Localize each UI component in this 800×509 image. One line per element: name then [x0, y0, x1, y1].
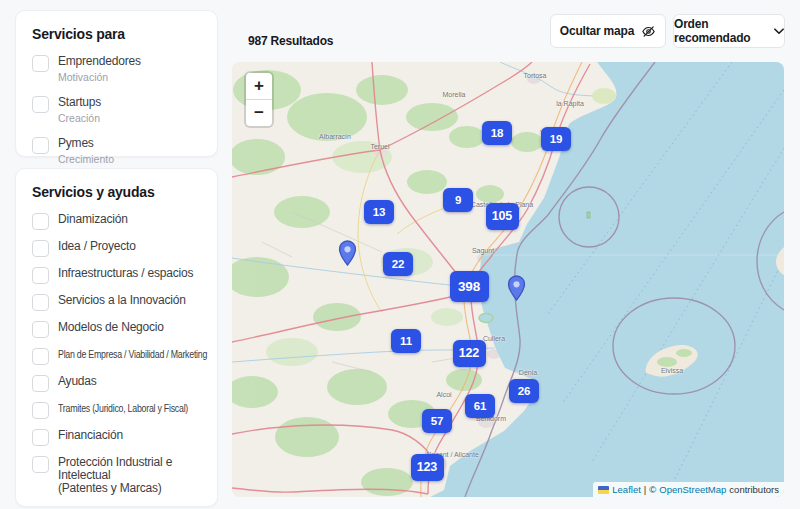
filter-option-text: Protección Industrial e Intelectual(Pate…	[58, 456, 201, 495]
cluster-marker[interactable]: 398	[450, 271, 489, 302]
cluster-marker[interactable]: 18	[482, 121, 512, 145]
checkbox[interactable]	[32, 213, 49, 230]
filter-option-card1-1[interactable]: StartupsCreación	[32, 96, 201, 124]
checkbox[interactable]	[32, 240, 49, 257]
cluster-marker[interactable]: 11	[391, 329, 421, 353]
cluster-marker[interactable]: 13	[364, 200, 394, 224]
zoom-out-button[interactable]: −	[246, 99, 272, 126]
filter-option-text: Plan de Empresa / Viabilidad / Marketing	[58, 348, 201, 361]
filter-option-label: Tramites (Juridico, Laboral y Fiscal)	[58, 402, 178, 415]
checkbox[interactable]	[32, 137, 49, 154]
filter-option-text: Financiación	[58, 429, 123, 442]
filter-option-label: Ayudas	[58, 375, 97, 388]
checkbox[interactable]	[32, 456, 49, 473]
sort-label: Orden recomendado	[674, 17, 767, 45]
filter-option-card2-7[interactable]: Tramites (Juridico, Laboral y Fiscal)	[32, 402, 201, 419]
filter-option-label: Emprendedores	[58, 55, 141, 68]
filter-option-text: EmprendedoresMotivación	[58, 55, 141, 83]
filter-option-label: Idea / Proyecto	[58, 240, 136, 253]
filter-option-text: Dinamización	[58, 213, 128, 226]
zoom-in-button[interactable]: +	[246, 73, 272, 99]
filter-option-text: PymesCrecimiento	[58, 137, 114, 165]
map-attribution: Leaflet | © OpenStreetMap contributors	[593, 482, 784, 497]
filter-option-label: Servicios a la Innovación	[58, 294, 186, 307]
cluster-marker[interactable]: 123	[411, 454, 444, 481]
filter-option-sublabel: Motivación	[58, 72, 141, 83]
filter-option-card2-4[interactable]: Modelos de Negocio	[32, 321, 201, 338]
filter-option-card2-2[interactable]: Infraestructuras / espacios	[32, 267, 201, 284]
filter-option-text: Servicios a la Innovación	[58, 294, 186, 307]
checkbox[interactable]	[32, 267, 49, 284]
cluster-marker[interactable]: 26	[509, 379, 539, 403]
checkbox[interactable]	[32, 96, 49, 113]
filter-card-servicios-para: Servicios para EmprendedoresMotivaciónSt…	[15, 10, 218, 157]
filter-option-card2-8[interactable]: Financiación	[32, 429, 201, 446]
map-pin-icon	[507, 275, 526, 301]
cluster-marker[interactable]: 22	[383, 252, 413, 276]
filter-option-text: StartupsCreación	[58, 96, 101, 124]
attribution-divider: |	[644, 484, 646, 495]
filter-options-list: DinamizaciónIdea / ProyectoInfraestructu…	[32, 213, 201, 495]
copyright-symbol: ©	[649, 484, 656, 495]
contributors-text: contributors	[729, 484, 779, 495]
map-pin[interactable]	[338, 240, 357, 266]
map-zoom-control: + −	[246, 73, 272, 126]
filter-option-sublabel: Creación	[58, 113, 101, 124]
filter-option-card2-6[interactable]: Ayudas	[32, 375, 201, 392]
checkbox[interactable]	[32, 429, 49, 446]
filter-card-title: Servicios para	[32, 26, 201, 42]
filter-option-label: Financiación	[58, 429, 123, 442]
map[interactable]: MorellaTortosala RàpitaVinaròsAlbarracín…	[232, 62, 784, 497]
filter-option-label: Plan de Empresa / Viabilidad / Marketing	[58, 348, 178, 361]
filter-option-card2-3[interactable]: Servicios a la Innovación	[32, 294, 201, 311]
filter-options-list: EmprendedoresMotivaciónStartupsCreaciónP…	[32, 55, 201, 165]
chevron-down-icon	[774, 28, 784, 35]
osm-link[interactable]: OpenStreetMap	[659, 484, 726, 495]
map-pin[interactable]	[507, 275, 526, 301]
leaflet-link[interactable]: Leaflet	[612, 484, 641, 495]
filter-option-sublabel: Crecimiento	[58, 154, 114, 165]
filter-option-label: Pymes	[58, 137, 114, 150]
checkbox[interactable]	[32, 294, 49, 311]
filter-option-card2-5[interactable]: Plan de Empresa / Viabilidad / Marketing	[32, 348, 201, 365]
filter-option-label: Dinamización	[58, 213, 128, 226]
eye-off-icon	[641, 24, 656, 39]
results-count: 987 Resultados	[248, 34, 333, 48]
filter-option-label: Protección Industrial e Intelectual	[58, 456, 201, 482]
filter-option-label: Modelos de Negocio	[58, 321, 164, 334]
checkbox[interactable]	[32, 348, 49, 365]
cluster-marker[interactable]: 122	[453, 340, 486, 367]
filter-option-card2-9[interactable]: Protección Industrial e Intelectual(Pate…	[32, 456, 201, 495]
filter-option-label-line2: (Patentes y Marcas)	[58, 482, 201, 495]
filter-option-label: Infraestructuras / espacios	[58, 267, 193, 280]
filter-option-text: Tramites (Juridico, Laboral y Fiscal)	[58, 402, 201, 415]
filter-option-text: Modelos de Negocio	[58, 321, 164, 334]
checkbox[interactable]	[32, 402, 49, 419]
filter-option-text: Ayudas	[58, 375, 97, 388]
filter-option-text: Idea / Proyecto	[58, 240, 136, 253]
sort-dropdown[interactable]: Orden recomendado	[673, 14, 785, 48]
ukraine-flag-icon	[598, 486, 609, 494]
filter-option-card2-0[interactable]: Dinamización	[32, 213, 201, 230]
cluster-marker[interactable]: 9	[443, 188, 473, 212]
checkbox[interactable]	[32, 321, 49, 338]
filter-option-card2-1[interactable]: Idea / Proyecto	[32, 240, 201, 257]
filter-card-servicios-y-ayudas: Servicios y ayudas DinamizaciónIdea / Pr…	[15, 168, 218, 507]
checkbox[interactable]	[32, 55, 49, 72]
cluster-marker[interactable]: 61	[465, 394, 495, 418]
filter-option-card1-2[interactable]: PymesCrecimiento	[32, 137, 201, 165]
filter-option-text: Infraestructuras / espacios	[58, 267, 193, 280]
cluster-marker[interactable]: 57	[422, 409, 452, 433]
filter-option-label: Startups	[58, 96, 101, 109]
cluster-marker[interactable]: 105	[486, 203, 519, 230]
filter-card-title: Servicios y ayudas	[32, 184, 201, 200]
checkbox[interactable]	[32, 375, 49, 392]
hide-map-label: Ocultar mapa	[560, 24, 634, 38]
hide-map-button[interactable]: Ocultar mapa	[550, 14, 666, 48]
filter-option-card1-0[interactable]: EmprendedoresMotivación	[32, 55, 201, 83]
map-pin-icon	[338, 240, 357, 266]
cluster-marker[interactable]: 19	[541, 127, 571, 151]
